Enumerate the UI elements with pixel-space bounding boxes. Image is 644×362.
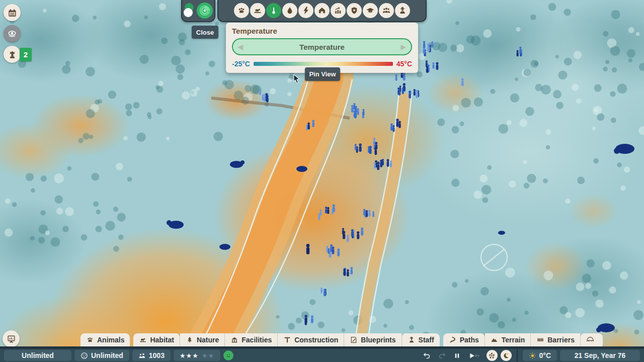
staff-icon [398, 6, 407, 15]
habitat-icon [139, 336, 147, 344]
weather-temperature-pill[interactable]: 0°C [523, 350, 557, 361]
sun-icon [529, 352, 536, 359]
credits-value: Unlimited [91, 351, 123, 359]
weather-temperature-value: 0°C [539, 351, 551, 359]
heatmap-animals-button[interactable] [234, 3, 249, 18]
tab-facilities[interactable]: Facilities [225, 333, 278, 346]
park-rating-pill[interactable]: ★★★★★ [174, 350, 220, 361]
thermometer-icon [269, 6, 278, 15]
close-button[interactable]: Close [192, 26, 218, 39]
finance-icon [334, 6, 343, 15]
eye-icon [7, 29, 17, 39]
blueprint-icon [350, 336, 358, 344]
fence-icon [536, 336, 544, 344]
date-value: 21 Sep, Year 76 [575, 351, 626, 359]
heatmap-master-controls [181, 0, 215, 22]
tab-label: Terrain [502, 336, 525, 344]
tab-nature[interactable]: Nature [180, 333, 225, 346]
status-bar: Unlimited Unlimited 1003 ★★★★★ [0, 346, 644, 362]
heatmap-radar-button[interactable] [197, 3, 213, 19]
selector-next-arrow[interactable]: ▶ [400, 43, 407, 51]
presentation-chart-icon [7, 334, 16, 344]
conservation-credits-pill[interactable]: Unlimited [74, 350, 129, 361]
calendar-button[interactable] [4, 4, 21, 21]
tab-staff[interactable]: Staff [402, 333, 440, 346]
tab-label: Staff [419, 336, 434, 344]
guest-count-pill[interactable]: 1003 [132, 350, 171, 361]
play-icon [468, 352, 482, 359]
facilities-icon [317, 6, 327, 15]
tree-icon [186, 336, 194, 344]
bridge-icon [586, 336, 594, 344]
money-pill[interactable]: Unlimited [4, 350, 71, 361]
pin-view-button[interactable]: Pin View [305, 67, 340, 81]
tab-animals[interactable]: Animals [80, 333, 130, 346]
redo-icon [438, 351, 446, 360]
conservation-credit-icon [80, 352, 88, 359]
visibility-button[interactable] [4, 25, 21, 42]
tab-barriers[interactable]: Barriers [531, 333, 581, 346]
temperature-scale: -25°C 45°C [232, 60, 412, 68]
redo-button[interactable] [436, 350, 448, 361]
compass-needle [484, 249, 504, 265]
pause-button[interactable] [451, 350, 463, 361]
side-path [360, 93, 405, 352]
tab-blueprints[interactable]: Blueprints [344, 333, 401, 346]
habitat-icon [253, 6, 262, 15]
tab-habitat[interactable]: Habitat [133, 333, 180, 346]
day-night-button[interactable] [501, 350, 512, 361]
heatmap-guests-button[interactable] [379, 3, 394, 18]
selector-value: Temperature [299, 43, 345, 51]
paw-icon [86, 336, 94, 344]
tab-terrain[interactable]: Terrain [485, 333, 531, 346]
guest-count-value: 1003 [149, 351, 165, 359]
heatmap-staff-button[interactable] [395, 3, 410, 18]
guest-happiness-indicator[interactable] [223, 350, 233, 360]
undo-icon [423, 351, 431, 360]
weather-overlay-button[interactable] [487, 350, 498, 361]
mountains-icon [491, 336, 499, 344]
park-management-button[interactable] [3, 330, 20, 347]
money-value: Unlimited [22, 351, 54, 359]
tab-paths[interactable]: Paths [443, 333, 485, 346]
heatmap-finance-button[interactable] [331, 3, 346, 18]
heatmap-security-button[interactable] [347, 3, 362, 18]
tab-label: Animals [97, 336, 124, 344]
heatmap-type-selector[interactable]: ◀ Temperature ▶ [232, 38, 412, 55]
building-icon [230, 336, 238, 344]
heatmap-education-button[interactable] [363, 3, 378, 18]
rating-stars-filled: ★★★ [180, 352, 199, 359]
heatmap-temperature-button[interactable] [266, 3, 281, 18]
challenges-button[interactable] [4, 46, 21, 63]
heatmap-facilities-button[interactable] [314, 3, 330, 18]
heatmap-habitat-button[interactable] [250, 3, 265, 18]
selector-prev-arrow[interactable]: ◀ [237, 43, 244, 51]
mouse-cursor [293, 74, 302, 84]
tab-label: Construction [294, 336, 338, 344]
moon-sun-icon [502, 352, 510, 359]
heatmap-water-button[interactable] [282, 3, 297, 18]
date-pill[interactable]: 21 Sep, Year 76 [560, 350, 640, 361]
temperature-panel: Temperature ◀ Temperature ▶ -25°C 45°C [226, 23, 418, 73]
education-cap-icon [366, 6, 375, 15]
water-drop-icon [285, 6, 294, 15]
tab-label: Nature [197, 336, 219, 344]
play-speed-button[interactable] [466, 350, 484, 361]
tab-construction[interactable]: Construction [278, 333, 344, 346]
tab-label: Blueprints [361, 336, 395, 344]
heatmap-toggle[interactable] [184, 3, 195, 18]
temperature-gradient-bar [254, 62, 393, 66]
tab-label: Paths [460, 336, 479, 344]
power-bolt-icon [301, 6, 310, 15]
person-icon [408, 336, 416, 344]
heatmap-power-button[interactable] [298, 3, 313, 18]
paw-icon [237, 6, 246, 15]
tab-transport[interactable] [581, 333, 603, 346]
tab-label: Facilities [242, 336, 272, 344]
panel-title: Temperature [232, 27, 412, 35]
security-shield-icon [350, 6, 359, 15]
undo-button[interactable] [421, 350, 433, 361]
tab-label: Habitat [150, 336, 174, 344]
toggle-knob [184, 8, 193, 17]
heatmap-view-toolbar [217, 0, 427, 22]
